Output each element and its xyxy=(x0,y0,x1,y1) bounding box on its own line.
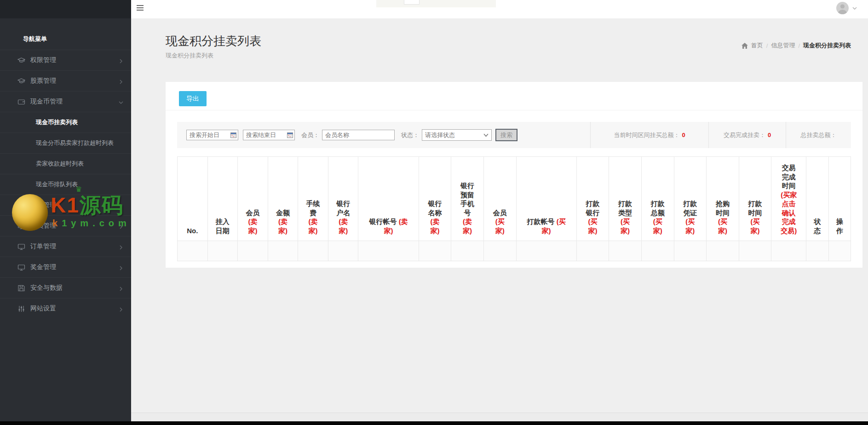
topbar-artifact xyxy=(376,0,496,7)
stat-cell: 当前时间区间挂买总额：0 xyxy=(590,122,708,148)
chevron-right-icon xyxy=(118,244,124,249)
table-cell xyxy=(641,241,674,261)
table-cell xyxy=(328,241,358,261)
date-start-wrap xyxy=(186,130,238,140)
table-cell xyxy=(483,241,516,261)
sidebar-item-label: 安全与数据 xyxy=(30,284,63,292)
table-header-cell: 挂入日期 xyxy=(207,157,238,241)
column-label: 打款总额 xyxy=(651,200,665,217)
calendar-icon[interactable] xyxy=(230,132,236,138)
footer xyxy=(131,413,868,421)
sidebar-item[interactable]: 现金分币易卖家打款超时列表 xyxy=(0,132,131,153)
column-sub-label: (买家) xyxy=(685,218,695,235)
column-label: 操作 xyxy=(836,218,843,235)
stat-value: 0 xyxy=(768,132,771,138)
user-menu[interactable] xyxy=(836,2,857,14)
column-label: 打款类型 xyxy=(618,200,632,217)
chevron-down-icon xyxy=(483,132,489,138)
sidebar-item[interactable]: 现金币管理 xyxy=(0,91,131,112)
bottom-strip xyxy=(0,421,868,425)
table-header-cell: 状态 xyxy=(806,157,828,241)
sidebar-item-label: 权限管理 xyxy=(30,56,56,64)
stat-cell: 总挂卖总额： xyxy=(786,122,851,148)
status-select[interactable]: 请选择状态 xyxy=(422,129,492,141)
table-cell xyxy=(268,241,298,261)
sidebar-item-label: 现金币排队列表 xyxy=(36,180,78,189)
table-cell xyxy=(739,241,771,261)
column-label: No. xyxy=(187,227,198,235)
column-sub-label: (卖家) xyxy=(248,218,257,235)
member-name-input[interactable] xyxy=(322,130,395,140)
table-cell xyxy=(298,241,328,261)
hamburger-menu-icon[interactable] xyxy=(137,5,144,11)
breadcrumb-home-link[interactable]: 首页 xyxy=(751,41,763,50)
sidebar-item-label: 信息管理 xyxy=(30,201,56,209)
sidebar-item-label: 现金币挂卖列表 xyxy=(36,118,78,126)
sidebar-item[interactable]: 股票管理 xyxy=(0,70,131,91)
sidebar-item-label: 卖家收款超时列表 xyxy=(36,160,84,168)
nav-menu-header: 导航菜单 xyxy=(23,35,131,43)
calendar-icon[interactable] xyxy=(287,132,293,138)
table-header-cell: 银行名称 (卖家) xyxy=(419,157,451,241)
avatar xyxy=(836,2,849,14)
column-label: 会员 xyxy=(493,209,507,217)
sidebar-item[interactable]: 订单管理 xyxy=(0,236,131,257)
table-cell xyxy=(771,241,806,261)
chevron-right-icon xyxy=(118,285,124,291)
table-header-cell: 银行帐号 (卖家) xyxy=(358,157,419,241)
column-sub-label: (卖家) xyxy=(430,218,439,235)
column-label: 交易完成时间 xyxy=(782,164,796,190)
chevron-right-icon xyxy=(118,306,124,311)
column-label: 银行帐号 xyxy=(369,218,397,225)
chevron-down-icon xyxy=(852,6,857,11)
export-button[interactable]: 导出 xyxy=(179,91,207,106)
breadcrumb-section-link[interactable]: 信息管理 xyxy=(771,41,795,50)
column-sub-label: (卖家) xyxy=(278,218,287,235)
column-sub-label: (卖家) xyxy=(463,218,472,235)
table-cell xyxy=(178,241,208,261)
home-icon xyxy=(742,43,748,49)
sidebar-item[interactable]: 信息管理 xyxy=(0,195,131,215)
column-sub-label: (卖家) xyxy=(339,218,348,235)
main-content: 现金积分挂卖列表 现金积分挂卖列表 首页 / 信息管理 / 现金积分挂卖列表 导… xyxy=(131,18,868,421)
column-sub-label: (买家) xyxy=(751,218,760,235)
table-cell xyxy=(806,241,828,261)
filter-controls: 会员： 状态： 请选择状态 搜索 xyxy=(177,122,590,148)
table-header-cell: 交易完成时间 (买家点击确认完成交易) xyxy=(771,157,806,241)
table-cell xyxy=(707,241,739,261)
sidebar-item-label: 网站设置 xyxy=(30,304,56,313)
table-header-cell: 银行户名 (卖家) xyxy=(328,157,358,241)
table-cell xyxy=(207,241,238,261)
sidebar-item[interactable]: 会员管理 xyxy=(0,215,131,236)
sidebar-item-label: 会员管理 xyxy=(30,222,56,230)
sidebar-item[interactable]: 奖金管理 xyxy=(0,257,131,277)
sidebar: 导航菜单 权限管理股票管理现金币管理现金币挂卖列表现金分币易卖家打款超时列表卖家… xyxy=(0,0,131,421)
chevron-right-icon xyxy=(118,264,124,270)
table-header-cell: No. xyxy=(178,157,208,241)
sidebar-item[interactable]: 网站设置 xyxy=(0,298,131,319)
shirt-icon xyxy=(17,201,25,209)
stats-row: 当前时间区间挂买总额：0交易完成挂卖：0总挂卖总额： xyxy=(590,122,851,148)
sidebar-item[interactable]: 权限管理 xyxy=(0,50,131,70)
column-sub-label: (买家) xyxy=(718,218,727,235)
topbar xyxy=(131,0,868,18)
table-cell xyxy=(419,241,451,261)
chevron-right-icon xyxy=(118,78,124,84)
date-end-wrap xyxy=(243,130,295,140)
table-cell xyxy=(576,241,609,261)
sidebar-item-active[interactable]: 现金币挂卖列表 xyxy=(0,112,131,132)
column-label: 挂入日期 xyxy=(216,218,230,235)
breadcrumb: 首页 / 信息管理 / 现金积分挂卖列表 xyxy=(742,41,851,50)
sidebar-item[interactable]: 卖家收款超时列表 xyxy=(0,153,131,174)
member-label: 会员： xyxy=(301,131,319,139)
search-button[interactable]: 搜索 xyxy=(495,129,517,141)
wallet-icon xyxy=(17,98,25,106)
listings-table: No.挂入日期会员 (卖家)金额 (卖家)手续费 (卖家)银行户名 (卖家)银行… xyxy=(177,156,851,261)
sidebar-item[interactable]: 安全与数据 xyxy=(0,277,131,298)
table-header-cell: 操作 xyxy=(828,157,851,241)
sidebar-item[interactable]: 现金币排队列表 xyxy=(0,174,131,195)
table-header-cell: 打款凭证 (买家) xyxy=(674,157,707,241)
stat-label: 当前时间区间挂买总额： xyxy=(614,131,679,139)
stat-cell: 交易完成挂卖：0 xyxy=(708,122,786,148)
table-cell xyxy=(609,241,642,261)
